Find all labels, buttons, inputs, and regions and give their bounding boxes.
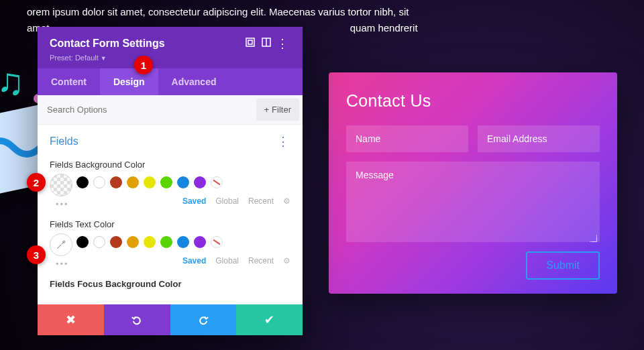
swatch-purple[interactable] xyxy=(194,236,206,248)
lorem-line-1: orem ipsum dolor sit amet, consectetur a… xyxy=(27,4,617,20)
swatch-brick[interactable] xyxy=(110,236,122,248)
preset-label: Preset: Default xyxy=(50,54,99,62)
panel-footer: ✖ ✔ xyxy=(38,304,303,335)
swatch-row-text: ••• xyxy=(38,236,303,252)
resize-grip-icon[interactable] xyxy=(590,235,597,242)
panel-header[interactable]: Contact Form Settings ⋮ Preset: Default▼ xyxy=(38,27,303,68)
swatch-yellow[interactable] xyxy=(144,176,156,188)
swatch-brick[interactable] xyxy=(110,176,122,188)
swatch-purple[interactable] xyxy=(194,176,206,188)
contact-form-preview: Contact Us Submit xyxy=(329,72,617,294)
gear-icon[interactable]: ⚙ xyxy=(283,196,290,206)
panel-title: Contact Form Settings xyxy=(50,38,242,50)
lorem-line-2b: quam hendrerit xyxy=(350,22,418,34)
meta-saved[interactable]: Saved xyxy=(182,196,206,206)
dock-icon[interactable] xyxy=(258,38,274,50)
eyedropper-icon xyxy=(56,239,66,250)
swatch-amber[interactable] xyxy=(127,176,139,188)
preview-heading: Contact Us xyxy=(346,91,600,111)
plus-icon: + xyxy=(264,105,270,115)
option-label-focus-bg: Fields Focus Background Color xyxy=(38,276,303,296)
section-title-fields[interactable]: Fields xyxy=(50,135,277,148)
swatch-amber[interactable] xyxy=(127,236,139,248)
message-field[interactable] xyxy=(346,162,600,242)
swatch-row-bg: ••• xyxy=(38,176,303,192)
music-note-icon: ♫ xyxy=(0,60,24,103)
search-row: + Filter xyxy=(38,95,303,125)
callout-1: 1 xyxy=(134,56,153,74)
section-more-icon[interactable]: ⋮ xyxy=(277,134,290,149)
gear-icon[interactable]: ⚙ xyxy=(283,256,290,266)
meta-global[interactable]: Global xyxy=(215,256,239,266)
swatch-blue[interactable] xyxy=(177,236,189,248)
current-color-text[interactable] xyxy=(50,233,72,256)
current-color-bg[interactable] xyxy=(50,174,72,196)
submit-button[interactable]: Submit xyxy=(526,251,600,280)
settings-panel: Contact Form Settings ⋮ Preset: Default▼… xyxy=(38,27,303,335)
filter-label: Filter xyxy=(272,105,291,115)
callout-3: 3 xyxy=(27,245,46,264)
cancel-button[interactable]: ✖ xyxy=(38,304,104,335)
swatch-none[interactable] xyxy=(211,236,223,248)
name-field[interactable] xyxy=(346,125,468,152)
svg-rect-0 xyxy=(246,38,254,46)
meta-recent[interactable]: Recent xyxy=(248,256,274,266)
swatch-none[interactable] xyxy=(211,176,223,188)
undo-icon xyxy=(130,313,144,327)
meta-recent[interactable]: Recent xyxy=(248,196,274,206)
swatch-green[interactable] xyxy=(160,176,172,188)
search-input[interactable] xyxy=(38,97,253,123)
callout-2: 2 xyxy=(27,173,46,192)
redo-icon xyxy=(197,313,210,327)
meta-saved[interactable]: Saved xyxy=(182,256,206,266)
more-icon[interactable]: ⋮ xyxy=(274,36,290,51)
swatch-white[interactable] xyxy=(93,176,105,188)
tab-content[interactable]: Content xyxy=(38,68,100,95)
tab-advanced[interactable]: Advanced xyxy=(158,68,230,95)
swatch-green[interactable] xyxy=(160,236,172,248)
swatch-black[interactable] xyxy=(76,236,89,248)
more-dots-icon[interactable]: ••• xyxy=(56,259,69,269)
caret-down-icon: ▼ xyxy=(101,55,107,62)
swatch-yellow[interactable] xyxy=(144,236,156,248)
save-button[interactable]: ✔ xyxy=(236,304,303,335)
option-label-bg: Fields Background Color xyxy=(38,157,303,176)
undo-button[interactable] xyxy=(104,304,170,335)
svg-rect-1 xyxy=(248,40,252,44)
swatch-black[interactable] xyxy=(76,176,89,188)
preset-selector[interactable]: Preset: Default▼ xyxy=(50,54,290,62)
expand-icon[interactable] xyxy=(242,38,258,50)
meta-global[interactable]: Global xyxy=(215,196,239,206)
swatch-white[interactable] xyxy=(93,236,105,248)
filter-button[interactable]: + Filter xyxy=(256,99,299,121)
option-label-text: Fields Text Color xyxy=(38,217,303,236)
panel-tabs: Content Design Advanced xyxy=(38,68,303,95)
more-dots-icon[interactable]: ••• xyxy=(56,199,69,209)
swatch-blue[interactable] xyxy=(177,176,189,188)
redo-button[interactable] xyxy=(170,304,237,335)
email-field[interactable] xyxy=(478,125,600,152)
